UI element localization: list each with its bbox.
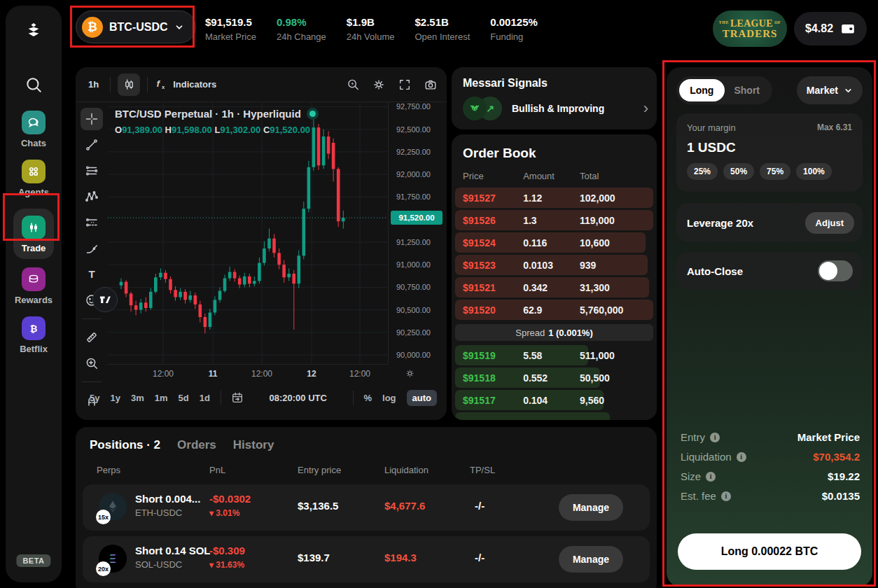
percent-pill-100[interactable]: 100% xyxy=(796,163,832,180)
positions-header-perps: Perps xyxy=(97,465,120,475)
range-3m[interactable]: 3m xyxy=(131,393,144,403)
chevron-down-icon xyxy=(174,22,184,32)
tab-short[interactable]: Short xyxy=(725,85,770,96)
adjust-leverage-button[interactable]: Adjust xyxy=(805,212,854,234)
sidebar-item-chats[interactable]: Chats xyxy=(21,111,46,148)
ob-total: 10,600 xyxy=(580,237,610,248)
range-1m[interactable]: 1m xyxy=(155,393,168,403)
long-short-position-icon[interactable] xyxy=(81,211,103,234)
auto-scale-button[interactable]: auto xyxy=(407,390,437,406)
camera-icon[interactable] xyxy=(424,78,437,91)
price-tick: 92,500.00 xyxy=(396,125,431,134)
sidebar-item-agents[interactable]: Agents xyxy=(18,160,49,197)
price-tick: 90,000.00 xyxy=(396,351,431,359)
crosshair-icon[interactable] xyxy=(81,108,103,130)
ask-row[interactable]: $91527 1.12 102,000 xyxy=(455,188,653,208)
percent-pill-50[interactable]: 50% xyxy=(723,163,754,180)
fullscreen-icon[interactable] xyxy=(398,78,411,91)
beta-badge: BETA xyxy=(16,554,50,567)
zoom-in-icon[interactable] xyxy=(81,352,103,374)
ruler-icon[interactable] xyxy=(81,326,103,349)
tradingview-logo-icon[interactable] xyxy=(92,287,118,312)
agents-icon xyxy=(22,160,46,183)
trend-line-icon[interactable] xyxy=(81,134,103,156)
manage-button[interactable]: Manage xyxy=(559,494,623,521)
percent-scale-button[interactable]: % xyxy=(364,393,372,403)
auto-close-toggle[interactable] xyxy=(818,260,853,281)
messari-signal-row[interactable]: ↗ Bullish & Improving › xyxy=(463,97,648,120)
sidebar-item-rewards[interactable]: Rewards xyxy=(15,267,53,305)
order-book-headers: Price Amount Total xyxy=(463,171,646,181)
margin-input[interactable]: 1 USDC xyxy=(676,133,863,155)
stat-24h-change: 0.98% 24h Change xyxy=(277,16,326,42)
search-icon[interactable] xyxy=(6,76,62,94)
time-tick: 12:00 xyxy=(153,369,174,379)
interval-button[interactable]: 1h xyxy=(84,79,103,90)
info-icon[interactable]: i xyxy=(721,491,731,501)
ob-price: $91517 xyxy=(463,395,523,406)
ob-total: 119,000 xyxy=(580,215,615,226)
range-1d[interactable]: 1d xyxy=(200,393,210,403)
time-axis[interactable]: 12:001112:001212:00 xyxy=(108,364,388,382)
summary-value: Market Price xyxy=(797,431,860,443)
indicators-button[interactable]: fx Indicators xyxy=(155,78,216,91)
wallet-balance[interactable]: $4.82 xyxy=(794,12,867,46)
positions-tab-positions-[interactable]: Positions · 2 xyxy=(90,438,160,452)
bid-row[interactable]: $91518 0.552 50,500 xyxy=(455,368,653,388)
info-icon[interactable]: i xyxy=(706,472,716,482)
stat-value: $2.51B xyxy=(414,16,470,28)
sidebar-item-label: Rewards xyxy=(15,295,53,305)
ask-row[interactable]: $91520 62.9 5,760,000 xyxy=(455,300,653,320)
clock-utc[interactable]: 08:20:00 UTC xyxy=(270,393,327,403)
bolt-search-icon[interactable] xyxy=(347,78,359,91)
sidebar-item-trade[interactable]: Trade xyxy=(13,209,55,259)
positions-tab-history[interactable]: History xyxy=(233,438,274,452)
ask-row[interactable]: $91526 1.3 119,000 xyxy=(455,210,653,230)
ask-row[interactable]: $91521 0.342 31,300 xyxy=(455,277,653,298)
info-icon[interactable]: i xyxy=(710,433,720,442)
go-to-date-icon[interactable] xyxy=(231,391,244,404)
league-the: THE xyxy=(719,20,729,24)
balance-amount: $4.82 xyxy=(805,22,833,35)
market-selector[interactable]: ₿ BTC-USDC xyxy=(76,10,196,43)
xabcd-pattern-icon[interactable] xyxy=(81,186,103,208)
bid-row[interactable]: $91517 0.104 9,560 xyxy=(455,390,653,410)
sidebar-item-betflix[interactable]: ₿ Betflix xyxy=(20,316,48,354)
margin-label: Your margin xyxy=(687,122,736,133)
league-of: OF xyxy=(774,20,781,24)
price-axis[interactable]: 92,750.0092,500.0092,250.0092,000.0091,7… xyxy=(388,102,447,364)
spread-row: Spread1 (0.001%) xyxy=(455,324,653,341)
submit-long-button[interactable]: Long 0.00022 BTC xyxy=(678,533,861,570)
log-scale-button[interactable]: log xyxy=(382,393,396,403)
ask-row[interactable]: $91524 0.116 10,600 xyxy=(455,232,653,253)
candlestick-chart[interactable] xyxy=(108,102,388,364)
svg-text:₿: ₿ xyxy=(30,323,38,334)
range-5d[interactable]: 5d xyxy=(179,393,189,403)
order-type-dropdown[interactable]: Market xyxy=(797,76,863,104)
axis-settings-icon[interactable] xyxy=(405,368,415,382)
ob-amount: 62.9 xyxy=(523,304,580,316)
range-5y[interactable]: 5y xyxy=(90,393,99,403)
summary-est-fee: Est. fee i $0.0135 xyxy=(681,490,860,502)
positions-tab-orders[interactable]: Orders xyxy=(177,438,216,452)
range-1y[interactable]: 1y xyxy=(110,393,120,403)
horizontal-lines-icon[interactable] xyxy=(81,160,103,182)
positions-header-tp-sl: TP/SL xyxy=(470,465,495,475)
position-row-eth-usdc: 15x Short 0.004...ETH-USDC -$0.0302 ▾ 3.… xyxy=(83,484,650,531)
percent-pill-25[interactable]: 25% xyxy=(687,163,718,180)
manage-button[interactable]: Manage xyxy=(559,546,623,573)
svg-text:f: f xyxy=(157,79,161,89)
text-tool-icon[interactable]: T xyxy=(81,263,103,286)
messari-signals-panel: Messari Signals ↗ Bullish & Improving › xyxy=(452,67,657,130)
candlestick-style-button[interactable] xyxy=(118,74,140,96)
info-icon[interactable]: i xyxy=(737,452,746,462)
tab-long[interactable]: Long xyxy=(679,79,725,102)
summary-liquidation: Liquidation i $70,354.2 xyxy=(681,451,860,463)
percent-pill-75[interactable]: 75% xyxy=(760,163,790,180)
stat-market-price: $91,519.5 Market Price xyxy=(205,16,256,42)
brush-icon[interactable] xyxy=(81,237,103,260)
settings-gear-icon[interactable] xyxy=(372,78,385,91)
ask-row[interactable]: $91523 0.0103 939 xyxy=(455,255,653,275)
league-of-traders-logo[interactable]: THE LEAGUE OF TRADERS xyxy=(713,10,787,47)
bid-row[interactable]: $91519 5.58 511,000 xyxy=(455,345,653,365)
